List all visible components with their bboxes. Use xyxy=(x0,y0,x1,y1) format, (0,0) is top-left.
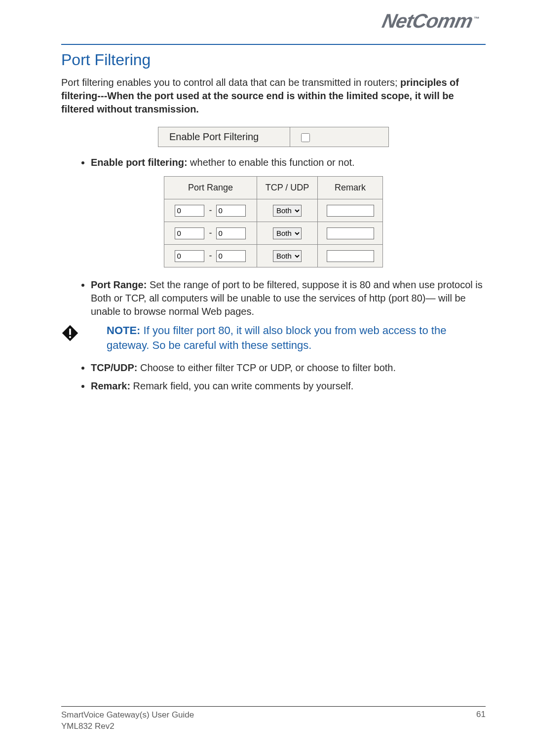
port-to-input[interactable] xyxy=(216,205,246,217)
bullet-list-3: TCP/UDP: Choose to either filter TCP or … xyxy=(61,361,486,393)
content: Port Filtering Port filtering enables yo… xyxy=(61,45,486,393)
grid-figure: Port Range TCP / UDP Remark - Both TCP xyxy=(164,176,383,267)
enable-figure: Enable Port Filtering xyxy=(158,127,389,147)
footer-line1: SmartVoice Gateway(s) User Guide xyxy=(61,710,194,721)
footer: SmartVoice Gateway(s) User Guide YML832 … xyxy=(61,706,486,732)
enable-label: Enable Port Filtering xyxy=(169,131,259,142)
enable-label-cell: Enable Port Filtering xyxy=(158,127,290,147)
enable-table: Enable Port Filtering xyxy=(158,127,389,147)
port-from-input[interactable] xyxy=(175,205,204,217)
remark-input[interactable] xyxy=(327,227,374,239)
note-body: If you filter port 80, it will also bloc… xyxy=(107,324,446,351)
port-to-input[interactable] xyxy=(216,227,246,239)
svg-rect-1 xyxy=(69,329,71,335)
table-row: - Both TCP UDP xyxy=(164,222,383,245)
table-header-row: Port Range TCP / UDP Remark xyxy=(164,177,383,199)
protocol-select[interactable]: Both TCP UDP xyxy=(273,227,302,239)
remark-cell xyxy=(318,199,383,222)
bullet-tcpudp: TCP/UDP: Choose to either filter TCP or … xyxy=(91,361,486,375)
port-from-input[interactable] xyxy=(175,227,204,239)
bullet-list-2: Port Range: Set the range of port to be … xyxy=(61,278,486,318)
bullet-enable-text: whether to enable this function or not. xyxy=(188,157,355,168)
table-row: - Both TCP UDP xyxy=(164,199,383,222)
proto-cell: Both TCP UDP xyxy=(257,245,317,267)
enable-checkbox-cell xyxy=(290,127,389,147)
remark-input[interactable] xyxy=(327,250,374,262)
bullet-list-1: Enable port filtering: whether to enable… xyxy=(61,156,486,169)
page-title: Port Filtering xyxy=(61,51,486,69)
page: NetComm™ Port Filtering Port filtering e… xyxy=(0,0,533,756)
bullet-remark: Remark: Remark field, you can write comm… xyxy=(91,379,486,393)
protocol-select[interactable]: Both TCP UDP xyxy=(273,205,302,217)
remark-input[interactable] xyxy=(327,205,374,217)
footer-line2: YML832 Rev2 xyxy=(61,721,194,732)
bullet-enable-label: Enable port filtering: xyxy=(91,157,188,168)
range-separator: - xyxy=(207,251,214,261)
enable-port-filtering-checkbox[interactable] xyxy=(301,133,310,142)
brand-logo: NetComm™ xyxy=(380,10,481,32)
table-row: - Both TCP UDP xyxy=(164,245,383,267)
col-header-proto: TCP / UDP xyxy=(257,177,317,199)
intro-paragraph: Port filtering enables you to control al… xyxy=(61,76,486,116)
note-text: NOTE: If you filter port 80, it will als… xyxy=(81,323,486,352)
page-number: 61 xyxy=(476,710,486,719)
remark-cell xyxy=(318,245,383,267)
col-header-remark: Remark xyxy=(318,177,383,199)
bullet-remark-label: Remark: xyxy=(91,380,130,391)
range-cell: - xyxy=(164,245,257,267)
col-header-range: Port Range xyxy=(164,177,257,199)
range-separator: - xyxy=(207,228,214,238)
bullet-port-range: Port Range: Set the range of port to be … xyxy=(91,278,486,318)
note-label: NOTE: xyxy=(107,324,140,337)
bullet-port-range-text: Set the range of port to be filtered, su… xyxy=(91,279,483,317)
range-separator: - xyxy=(207,205,214,216)
bullet-tcpudp-text: Choose to either filter TCP or UDP, or c… xyxy=(137,362,396,373)
port-from-input[interactable] xyxy=(175,250,204,262)
footer-left: SmartVoice Gateway(s) User Guide YML832 … xyxy=(61,710,194,732)
remark-cell xyxy=(318,222,383,245)
bullet-enable: Enable port filtering: whether to enable… xyxy=(91,156,486,169)
proto-cell: Both TCP UDP xyxy=(257,199,317,222)
svg-rect-2 xyxy=(69,336,71,338)
alert-icon xyxy=(61,324,81,344)
note-row: NOTE: If you filter port 80, it will als… xyxy=(61,323,486,352)
port-filter-table: Port Range TCP / UDP Remark - Both TCP xyxy=(164,176,383,267)
proto-cell: Both TCP UDP xyxy=(257,222,317,245)
intro-lead: Port filtering enables you to control al… xyxy=(61,77,400,88)
port-to-input[interactable] xyxy=(216,250,246,262)
bullet-port-range-label: Port Range: xyxy=(91,279,147,290)
brand-tm: ™ xyxy=(474,15,479,22)
bullet-tcpudp-label: TCP/UDP: xyxy=(91,362,137,373)
range-cell: - xyxy=(164,222,257,245)
bullet-remark-text: Remark field, you can write comments by … xyxy=(130,380,353,391)
protocol-select[interactable]: Both TCP UDP xyxy=(273,250,302,262)
brand-name: NetComm xyxy=(381,10,475,32)
range-cell: - xyxy=(164,199,257,222)
